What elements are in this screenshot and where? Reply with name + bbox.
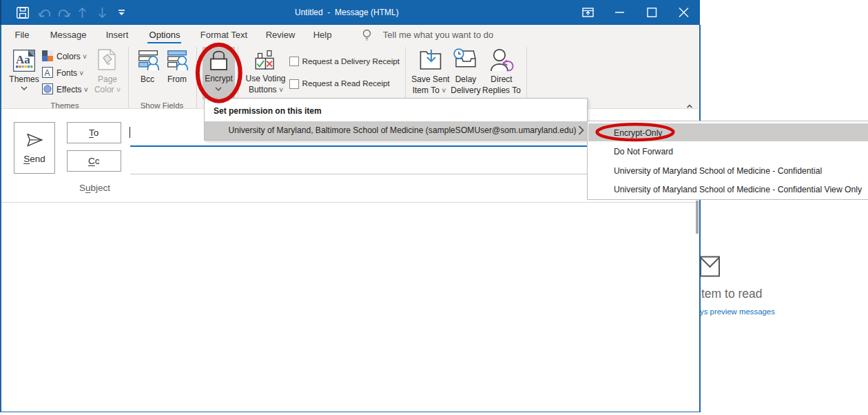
svg-text:A: A [44,68,50,78]
svg-text:Aa: Aa [16,53,30,66]
